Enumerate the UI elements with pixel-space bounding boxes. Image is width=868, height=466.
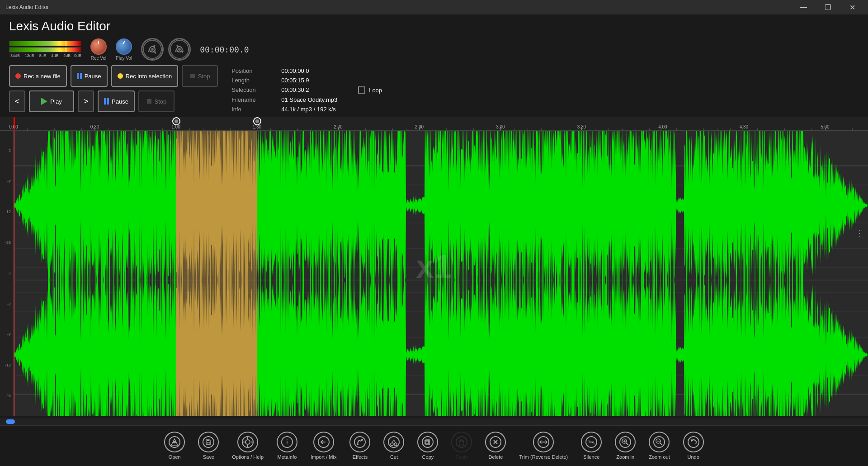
minor-tick xyxy=(230,128,231,130)
tick-mark xyxy=(94,127,95,130)
db-label-6: -2 xyxy=(1,302,13,306)
minor-tick xyxy=(244,128,244,130)
rec-play-controls: Rec a new file Pause Rec into selection … xyxy=(9,65,218,113)
stop-rec-button[interactable]: Stop xyxy=(182,65,218,87)
waveform-container[interactable]: 0:000:301:001:302:002:303:003:304:004:30… xyxy=(0,117,868,416)
svg-point-24 xyxy=(361,439,363,441)
db-label-7: -7 xyxy=(1,332,13,337)
db-label-3: -12 xyxy=(1,209,13,214)
close-button[interactable]: ✕ xyxy=(842,0,863,14)
play-vol-label: Play Vol xyxy=(116,56,132,61)
trim-icon xyxy=(533,432,554,452)
empty-8 xyxy=(358,106,403,113)
toolbar-item-open[interactable]: Open xyxy=(159,428,190,464)
minor-tick xyxy=(568,128,568,130)
length-label: Length xyxy=(231,77,277,84)
zoom-in-icon xyxy=(615,432,636,452)
svg-rect-32 xyxy=(425,440,429,444)
empty-2 xyxy=(408,67,480,74)
minor-tick xyxy=(730,128,731,130)
play-button[interactable]: Play xyxy=(29,90,74,112)
toolbar-item-zoom-in[interactable]: Zoom in xyxy=(609,428,641,464)
stop-play-button[interactable]: Stop xyxy=(138,90,175,112)
vu-meter: -34dB -13dB -8dB -4dB -2dB 0dB xyxy=(9,41,81,58)
effects-icon xyxy=(349,432,370,452)
play-label: Play xyxy=(50,98,61,105)
svg-point-49 xyxy=(654,437,665,447)
db-label-5: 0 xyxy=(1,271,13,276)
minor-tick xyxy=(852,128,853,130)
toolbar-item-options-help[interactable]: Options / Help xyxy=(226,428,269,464)
rec-new-file-button[interactable]: Rec a new file xyxy=(9,65,67,87)
minor-tick xyxy=(392,128,393,130)
silence-icon xyxy=(581,432,602,452)
selection-end-marker[interactable] xyxy=(253,117,262,131)
zoom-in-label: Zoom in xyxy=(616,454,634,460)
empty-1 xyxy=(358,67,403,74)
minor-tick xyxy=(311,128,311,130)
toolbar-item-save[interactable]: Save xyxy=(193,428,224,464)
svg-rect-12 xyxy=(207,440,209,441)
cut-icon xyxy=(383,432,404,452)
rec-vol-knob-container: Rec Vol xyxy=(90,38,107,61)
loop-checkbox[interactable] xyxy=(358,86,365,94)
toolbar-item-cut[interactable]: Cut xyxy=(378,428,410,464)
prev-button[interactable]: < xyxy=(9,90,25,112)
app-title: Lexis Audio Editor xyxy=(9,19,859,33)
waveform-canvas[interactable] xyxy=(0,131,868,416)
empty-9 xyxy=(408,106,480,113)
app-header: Lexis Audio Editor xyxy=(0,14,868,36)
toolbar-item-trim[interactable]: Trim (Reverse Delete) xyxy=(514,428,573,464)
minor-tick xyxy=(609,128,609,130)
minimize-button[interactable]: — xyxy=(793,0,814,14)
save-icon xyxy=(198,432,219,452)
scroll-bar-container[interactable] xyxy=(0,418,868,425)
minor-tick xyxy=(771,128,771,130)
speaker-left[interactable] xyxy=(141,38,164,61)
speaker-right[interactable] xyxy=(168,38,191,61)
selection-start-marker[interactable] xyxy=(172,117,181,131)
vu-label-2: -13dB xyxy=(24,53,34,58)
import-mix-label: Import / Mix xyxy=(311,454,336,460)
svg-point-10 xyxy=(203,437,214,447)
next-button[interactable]: > xyxy=(78,90,94,112)
more-icon[interactable]: ⋮ xyxy=(855,228,863,238)
rec-into-selection-button[interactable]: Rec into selection xyxy=(111,65,179,87)
minor-tick xyxy=(460,128,460,130)
vu-bar-bottom xyxy=(9,47,81,52)
toolbar-item-delete[interactable]: Delete xyxy=(480,428,511,464)
pause-play-button[interactable]: Pause xyxy=(98,90,135,112)
filename-label: Filename xyxy=(231,96,277,103)
minor-tick xyxy=(379,128,379,130)
svg-rect-6 xyxy=(190,74,195,78)
scroll-thumb[interactable] xyxy=(6,419,15,424)
toolbar-item-import-mix[interactable]: Import / Mix xyxy=(305,428,342,464)
minor-tick xyxy=(811,128,812,130)
toolbar-item-copy[interactable]: Copy xyxy=(412,428,443,464)
save-label: Save xyxy=(203,454,214,460)
minor-tick xyxy=(270,128,271,130)
play-vol-knob[interactable] xyxy=(116,38,132,55)
svg-rect-7 xyxy=(147,99,151,104)
fan-left-icon xyxy=(142,39,162,59)
minor-tick xyxy=(27,128,28,130)
empty-7 xyxy=(408,96,480,103)
rec-vol-label: Rec Vol xyxy=(91,56,106,61)
maximize-button[interactable]: ❐ xyxy=(817,0,838,14)
toolbar-item-undo[interactable]: Undo xyxy=(678,428,709,464)
minor-tick xyxy=(162,128,163,130)
toolbar-item-silence[interactable]: Silence xyxy=(576,428,607,464)
svg-text:i: i xyxy=(286,438,288,446)
toolbar-item-effects[interactable]: Effects xyxy=(344,428,376,464)
open-icon xyxy=(164,432,185,452)
rec-vol-knob[interactable] xyxy=(90,38,107,55)
toolbar-item-paste: Paste xyxy=(446,428,477,464)
vu-label-4: -4dB xyxy=(50,53,58,58)
toolbar-item-metainfo[interactable]: iMetaInfo xyxy=(271,428,303,464)
filename-value: 01 Space Oddity.mp3 xyxy=(281,96,354,103)
paste-icon xyxy=(451,432,472,452)
info-label: Info xyxy=(231,106,277,113)
pause-rec-button[interactable]: Pause xyxy=(71,65,108,87)
title-bar: Lexis Audio Editor — ❐ ✕ xyxy=(0,0,868,14)
toolbar-item-zoom-out[interactable]: Zoom out xyxy=(643,428,675,464)
